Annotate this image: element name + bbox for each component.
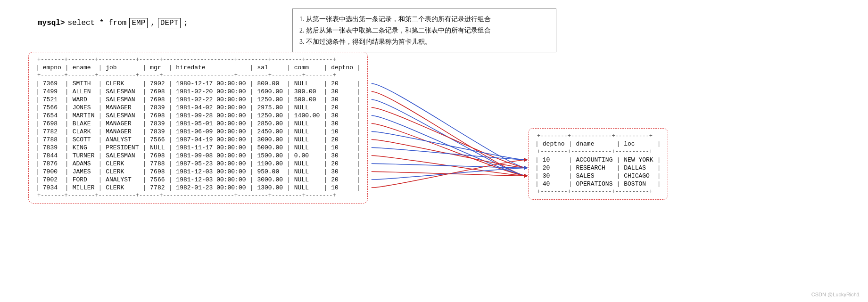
table-cell: CLERK bbox=[103, 184, 141, 192]
table-cell: 1981-12-03 00:00:00 bbox=[173, 168, 248, 176]
join-arrow bbox=[372, 171, 527, 176]
join-arrow bbox=[372, 139, 527, 168]
table-cell: CLERK bbox=[103, 168, 141, 176]
table-cell: 7900 bbox=[40, 168, 64, 176]
table-cell: CHICAGO bbox=[621, 172, 656, 180]
table-cell: 3000.00 bbox=[254, 176, 286, 184]
table-cell: 30 bbox=[328, 152, 356, 160]
table-cell: OPERATIONS bbox=[573, 180, 615, 188]
sql-prompt: mysql> bbox=[38, 19, 65, 27]
table-cell: 2450.00 bbox=[254, 128, 286, 136]
table-cell: 7839 bbox=[147, 128, 167, 136]
annotation-box: 1. 从第一张表中选出第一条记录，和第二个表的所有记录进行组合 2. 然后从第一… bbox=[292, 8, 556, 52]
table-cell: 7902 bbox=[147, 80, 167, 88]
table-cell: 1100.00 bbox=[254, 160, 286, 168]
join-arrow bbox=[372, 147, 527, 160]
table-cell: 7788 bbox=[147, 160, 167, 168]
table-cell: 1981-02-22 00:00:00 bbox=[173, 96, 248, 104]
table-cell: 30 bbox=[540, 172, 568, 180]
emp-table-ref: EMP bbox=[129, 18, 148, 28]
table-cell: 7934 bbox=[40, 184, 64, 192]
table-cell: NULL bbox=[291, 168, 323, 176]
table-cell: 10 bbox=[328, 184, 356, 192]
table-cell: 30 bbox=[328, 168, 356, 176]
table-cell: 1981-09-08 00:00:00 bbox=[173, 152, 248, 160]
table-cell: SMITH bbox=[70, 80, 98, 88]
table-cell: 1981-04-02 00:00:00 bbox=[173, 104, 248, 112]
table-cell: 7782 bbox=[40, 128, 64, 136]
table-cell: NULL bbox=[291, 120, 323, 128]
table-cell: SALESMAN bbox=[103, 112, 141, 120]
table-cell: 30 bbox=[328, 88, 356, 96]
table-cell: 10 bbox=[540, 156, 568, 164]
table-cell: 7839 bbox=[40, 144, 64, 152]
table-cell: 7698 bbox=[40, 120, 64, 128]
join-arrow bbox=[372, 160, 527, 188]
table-cell: MANAGER bbox=[103, 104, 141, 112]
table-cell: 2975.00 bbox=[254, 104, 286, 112]
table-cell: hiredate bbox=[173, 64, 248, 72]
sql-text: select * from bbox=[68, 19, 127, 27]
join-arrow bbox=[372, 155, 527, 176]
table-cell: ADAMS bbox=[70, 160, 98, 168]
table-cell: SALESMAN bbox=[103, 96, 141, 104]
table-cell: CLERK bbox=[103, 160, 141, 168]
table-cell: 20 bbox=[328, 160, 356, 168]
table-cell: 7698 bbox=[147, 88, 167, 96]
dept-table-ref: DEPT bbox=[158, 18, 181, 28]
table-cell: CLERK bbox=[103, 80, 141, 88]
table-cell: SALES bbox=[573, 172, 615, 180]
table-cell: DALLAS bbox=[621, 164, 656, 172]
table-cell: SALESMAN bbox=[103, 152, 141, 160]
table-cell: 7698 bbox=[147, 152, 167, 160]
table-cell: 30 bbox=[328, 112, 356, 120]
sql-command: mysql> select * from EMP , DEPT ; bbox=[38, 18, 188, 28]
table-cell: 7844 bbox=[40, 152, 64, 160]
table-cell: 1980-12-17 00:00:00 bbox=[173, 80, 248, 88]
table-cell: NULL bbox=[291, 80, 323, 88]
join-arrow bbox=[372, 115, 527, 176]
table-cell: 30 bbox=[328, 120, 356, 128]
table-cell: 7902 bbox=[40, 176, 64, 184]
table-cell: 1250.00 bbox=[254, 112, 286, 120]
sql-semicolon: ; bbox=[183, 19, 188, 27]
table-cell: loc bbox=[621, 140, 656, 148]
join-arrow bbox=[372, 83, 527, 168]
table-cell: 500.00 bbox=[291, 96, 323, 104]
emp-table: +-------+--------+-----------+------+---… bbox=[34, 56, 362, 199]
join-arrow bbox=[372, 168, 527, 180]
table-cell: 30 bbox=[328, 96, 356, 104]
join-arrow bbox=[372, 131, 527, 160]
annotation-line3: 3. 不加过滤条件，得到的结果称为笛卡儿积。 bbox=[299, 36, 549, 48]
table-cell: mgr bbox=[147, 64, 167, 72]
table-cell: JONES bbox=[70, 104, 98, 112]
table-cell: 1987-05-23 00:00:00 bbox=[173, 160, 248, 168]
join-arrow bbox=[372, 107, 527, 168]
table-cell: CLARK bbox=[70, 128, 98, 136]
table-cell: 7839 bbox=[147, 104, 167, 112]
table-cell: NULL bbox=[291, 184, 323, 192]
watermark: CSDN @LuckyRich1 bbox=[811, 292, 860, 297]
table-cell: job bbox=[103, 64, 141, 72]
table-cell: 10 bbox=[328, 128, 356, 136]
sql-comma: , bbox=[150, 19, 155, 27]
table-cell: MILLER bbox=[70, 184, 98, 192]
table-cell: 1250.00 bbox=[254, 96, 286, 104]
table-cell: ANALYST bbox=[103, 136, 141, 144]
table-cell: deptno bbox=[540, 140, 568, 148]
annotation-line2: 2. 然后从第一张表中取第二条记录，和第二张表中的所有记录组合 bbox=[299, 25, 549, 36]
table-cell: MANAGER bbox=[103, 120, 141, 128]
table-cell: 1982-01-23 00:00:00 bbox=[173, 184, 248, 192]
table-cell: 7499 bbox=[40, 88, 64, 96]
annotation-line1: 1. 从第一张表中选出第一条记录，和第二个表的所有记录进行组合 bbox=[299, 14, 549, 25]
table-cell: 1981-05-01 00:00:00 bbox=[173, 120, 248, 128]
table-cell: RESEARCH bbox=[573, 164, 615, 172]
table-cell: 7839 bbox=[147, 120, 167, 128]
table-cell: 1981-09-28 00:00:00 bbox=[173, 112, 248, 120]
table-cell: NULL bbox=[291, 104, 323, 112]
table-cell: 1400.00 bbox=[291, 112, 323, 120]
table-cell: 7654 bbox=[40, 112, 64, 120]
table-cell: 1981-12-03 00:00:00 bbox=[173, 176, 248, 184]
table-cell: 7698 bbox=[147, 168, 167, 176]
table-cell: 3000.00 bbox=[254, 136, 286, 144]
